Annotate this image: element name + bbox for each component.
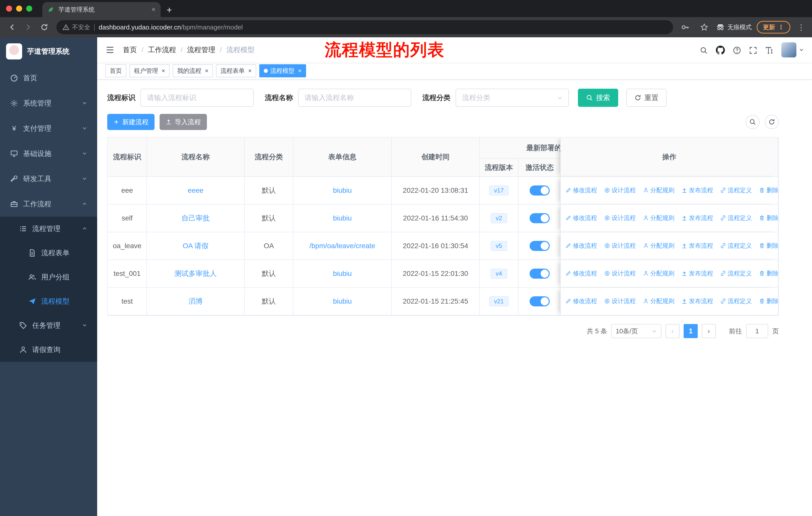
sidebar-item-process-form[interactable]: 流程表单 <box>0 241 97 265</box>
tag-home[interactable]: 首页 <box>105 64 126 77</box>
sidebar-collapse-button[interactable] <box>105 45 115 55</box>
form-info-link[interactable]: /bpm/oa/leave/create <box>309 242 375 250</box>
help-icon[interactable] <box>733 45 741 55</box>
status-toggle[interactable] <box>529 185 550 195</box>
process-name-link[interactable]: OA 请假 <box>183 242 209 250</box>
new-tab-button[interactable]: + <box>167 5 172 15</box>
action-definition-link[interactable]: 流程定义 <box>720 186 752 194</box>
action-publish-link[interactable]: 发布流程 <box>682 214 713 222</box>
action-assign-link[interactable]: 分配规则 <box>643 269 674 277</box>
tag-process-model[interactable]: 流程模型 × <box>259 64 306 77</box>
action-definition-link[interactable]: 流程定义 <box>720 214 752 222</box>
import-process-button[interactable]: 导入流程 <box>160 114 207 130</box>
update-button[interactable]: 更新 ⋮ <box>757 21 790 33</box>
action-definition-link[interactable]: 流程定义 <box>720 269 752 277</box>
toggle-search-button[interactable] <box>746 115 760 129</box>
fullscreen-icon[interactable] <box>749 45 757 55</box>
action-design-link[interactable]: 设计流程 <box>604 242 636 250</box>
status-toggle[interactable] <box>529 241 550 251</box>
status-toggle[interactable] <box>529 269 550 279</box>
tag-close-icon[interactable]: × <box>162 67 165 74</box>
sidebar-item-payment-management[interactable]: ¥ 支付管理 <box>0 116 97 141</box>
action-edit-link[interactable]: 修改流程 <box>565 186 597 194</box>
tag-close-icon[interactable]: × <box>205 67 208 74</box>
process-name-input[interactable] <box>304 94 405 102</box>
action-design-link[interactable]: 设计流程 <box>604 269 636 277</box>
action-definition-link[interactable]: 流程定义 <box>720 242 752 250</box>
reload-button[interactable] <box>37 20 51 34</box>
process-id-input[interactable] <box>147 94 247 102</box>
breadcrumb-item[interactable]: 工作流程 <box>148 45 176 55</box>
address-bar[interactable]: 不安全 dashboard.yudao.iocoder.cn/bpm/manag… <box>56 20 673 34</box>
action-publish-link[interactable]: 发布流程 <box>682 186 713 194</box>
refresh-table-button[interactable] <box>765 115 779 129</box>
sidebar-item-infrastructure[interactable]: 基础设施 <box>0 141 97 166</box>
form-info-link[interactable]: biubiu <box>333 297 352 305</box>
action-edit-link[interactable]: 修改流程 <box>565 214 597 222</box>
action-publish-link[interactable]: 发布流程 <box>682 242 713 250</box>
prev-page-button[interactable]: ‹ <box>666 324 679 338</box>
action-publish-link[interactable]: 发布流程 <box>682 269 713 277</box>
sidebar-item-system-management[interactable]: 系统管理 <box>0 91 97 116</box>
reset-button[interactable]: 重置 <box>626 89 667 107</box>
sidebar-item-home[interactable]: 首页 <box>0 65 97 91</box>
form-info-link[interactable]: biubiu <box>333 270 352 277</box>
app-logo-area[interactable]: 芋道管理系统 <box>0 37 97 65</box>
form-info-link[interactable]: biubiu <box>333 186 352 194</box>
next-page-button[interactable]: › <box>702 324 716 338</box>
header-search-icon[interactable] <box>700 45 708 55</box>
action-design-link[interactable]: 设计流程 <box>604 186 636 194</box>
security-chip[interactable]: 不安全 <box>62 23 90 31</box>
sidebar-item-leave-query[interactable]: 请假查询 <box>0 337 97 362</box>
window-close-button[interactable] <box>6 5 12 11</box>
create-process-button[interactable]: 新建流程 <box>107 114 154 130</box>
sidebar-item-workflow[interactable]: 工作流程 <box>0 191 97 217</box>
action-edit-link[interactable]: 修改流程 <box>565 242 597 250</box>
bookmark-star-icon[interactable] <box>697 20 711 34</box>
user-menu[interactable] <box>781 42 804 57</box>
action-assign-link[interactable]: 分配规则 <box>643 242 674 250</box>
forward-button[interactable] <box>21 20 35 34</box>
action-assign-link[interactable]: 分配规则 <box>643 186 674 194</box>
action-publish-link[interactable]: 发布流程 <box>682 297 713 305</box>
github-icon[interactable] <box>716 45 725 55</box>
sidebar-item-process-management[interactable]: 流程管理 <box>0 217 97 241</box>
action-assign-link[interactable]: 分配规则 <box>643 297 674 305</box>
action-definition-link[interactable]: 流程定义 <box>720 297 752 305</box>
tag-close-icon[interactable]: × <box>298 67 301 74</box>
action-delete-link[interactable]: 删除 <box>759 214 779 222</box>
action-delete-link[interactable]: 删除 <box>759 269 779 277</box>
window-zoom-button[interactable] <box>26 5 32 11</box>
font-size-icon[interactable] <box>765 45 773 55</box>
browser-menu-button[interactable]: ⋮ <box>795 23 807 32</box>
breadcrumb-item[interactable]: 首页 <box>123 45 137 55</box>
goto-page-input[interactable] <box>746 324 768 338</box>
tag-process-form[interactable]: 流程表单 × <box>216 64 256 77</box>
action-delete-link[interactable]: 删除 <box>759 186 779 194</box>
tag-tenant-management[interactable]: 租户管理 × <box>129 64 170 77</box>
breadcrumb-item[interactable]: 流程管理 <box>187 45 215 55</box>
status-toggle[interactable] <box>529 213 550 223</box>
search-button[interactable]: 搜索 <box>578 89 618 107</box>
action-design-link[interactable]: 设计流程 <box>604 214 636 222</box>
action-design-link[interactable]: 设计流程 <box>604 297 636 305</box>
sidebar-item-process-model[interactable]: 流程模型 <box>0 289 97 314</box>
browser-tab[interactable]: 芋道管理系统 × <box>42 2 161 17</box>
action-edit-link[interactable]: 修改流程 <box>565 269 597 277</box>
action-edit-link[interactable]: 修改流程 <box>565 297 597 305</box>
process-name-link[interactable]: 滔博 <box>188 297 203 305</box>
sidebar-item-user-group[interactable]: 用户分组 <box>0 265 97 289</box>
page-size-select[interactable]: 10条/页 <box>611 324 662 338</box>
sidebar-item-dev-tools[interactable]: 研发工具 <box>0 166 97 191</box>
process-category-select[interactable]: 流程分类 <box>456 89 569 107</box>
status-toggle[interactable] <box>529 296 550 306</box>
tab-close-icon[interactable]: × <box>151 5 155 13</box>
form-info-link[interactable]: biubiu <box>333 214 352 222</box>
process-name-link[interactable]: eeee <box>188 186 203 194</box>
page-1-button[interactable]: 1 <box>684 324 698 338</box>
action-delete-link[interactable]: 删除 <box>759 297 779 305</box>
back-button[interactable] <box>5 20 19 34</box>
process-name-link[interactable]: 自己审批 <box>181 214 210 222</box>
window-minimize-button[interactable] <box>16 5 22 11</box>
tag-my-process[interactable]: 我的流程 × <box>173 64 213 77</box>
